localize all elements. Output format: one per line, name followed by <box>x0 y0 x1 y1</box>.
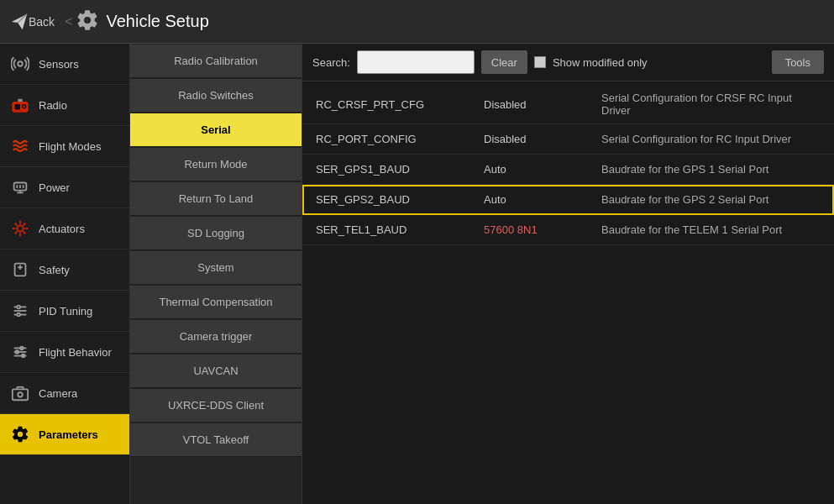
sidebar-item-power[interactable]: Power <box>0 167 129 208</box>
param-desc: Baudrate for the GPS 1 Serial Port <box>601 163 821 176</box>
params-table: RC_CRSF_PRT_CFG Disabled Serial Configur… <box>302 81 834 504</box>
sidebar-item-flight-modes[interactable]: Flight Modes <box>0 126 129 167</box>
subnav-item-system[interactable]: System <box>130 251 302 285</box>
subnav-item-vtol-takeoff[interactable]: VTOL Takeoff <box>130 423 302 457</box>
param-name: SER_GPS2_BAUD <box>316 193 484 206</box>
param-desc: Serial Configuration for RC Input Driver <box>601 133 821 145</box>
subnav-item-radio-calibration[interactable]: Radio Calibration <box>130 45 302 78</box>
radio-icon <box>8 93 32 117</box>
search-label: Search: <box>312 56 350 69</box>
param-name: SER_GPS1_BAUD <box>316 163 484 176</box>
header-separator: < <box>65 14 72 29</box>
sidebar-item-radio[interactable]: Radio <box>0 85 129 126</box>
svg-line-17 <box>15 223 18 226</box>
svg-point-34 <box>20 347 24 350</box>
show-modified-checkbox[interactable] <box>534 56 546 68</box>
sidebar-camera-label: Camera <box>39 387 77 400</box>
svg-rect-5 <box>18 99 23 102</box>
param-desc: Serial Configuration for CRSF RC Input D… <box>601 92 821 117</box>
sidebar-pid-label: PID Tuning <box>39 305 92 318</box>
settings-icon <box>76 8 106 34</box>
parameters-gear-icon <box>8 423 32 446</box>
sidebar-radio-label: Radio <box>39 99 67 112</box>
subnav-item-serial[interactable]: Serial <box>130 113 302 147</box>
sidebar-safety-label: Safety <box>39 264 70 276</box>
table-row[interactable]: RC_PORT_CONFIG Disabled Serial Configura… <box>302 124 834 155</box>
subnav-item-thermal-compensation[interactable]: Thermal Compensation <box>130 286 302 319</box>
svg-point-27 <box>17 306 20 309</box>
svg-point-4 <box>23 105 25 108</box>
camera-icon <box>8 381 32 405</box>
svg-line-18 <box>24 232 26 234</box>
svg-point-12 <box>17 225 23 231</box>
svg-point-35 <box>16 350 19 354</box>
sidebar-item-parameters[interactable]: Parameters <box>0 414 129 455</box>
sidebar-item-sensors[interactable]: Sensors <box>0 44 129 85</box>
table-row[interactable]: RC_CRSF_PRT_CFG Disabled Serial Configur… <box>302 85 834 124</box>
sidebar-sensors-label: Sensors <box>39 58 79 71</box>
svg-point-28 <box>17 313 20 317</box>
param-value: 57600 8N1 <box>484 223 601 236</box>
subnav-item-radio-switches[interactable]: Radio Switches <box>130 79 302 113</box>
svg-point-36 <box>22 354 25 358</box>
sidebar-flight-behavior-label: Flight Behavior <box>39 346 112 359</box>
table-row-selected[interactable]: SER_GPS2_BAUD Auto Baudrate for the GPS … <box>302 185 834 215</box>
subnav-item-uxrce-dds-client[interactable]: UXRCE-DDS Client <box>130 389 302 423</box>
subnav-item-return-to-land[interactable]: Return To Land <box>130 182 302 216</box>
param-value: Auto <box>484 163 601 176</box>
subnav: Radio Calibration Radio Switches Serial … <box>130 44 302 504</box>
param-name: SER_TEL1_BAUD <box>316 223 484 236</box>
sidebar-parameters-label: Parameters <box>39 428 98 441</box>
clear-button[interactable]: Clear <box>481 50 527 74</box>
sidebar: Sensors Radio <box>0 44 130 504</box>
header: Back < Vehicle Setup <box>0 0 834 44</box>
param-desc: Baudrate for the GPS 2 Serial Port <box>601 193 821 206</box>
svg-point-38 <box>18 392 23 397</box>
param-value: Disabled <box>484 98 601 111</box>
subnav-item-return-mode[interactable]: Return Mode <box>130 148 302 181</box>
param-desc: Baudrate for the TELEM 1 Serial Port <box>601 223 821 236</box>
flight-modes-icon <box>8 134 32 158</box>
table-row[interactable]: SER_GPS1_BAUD Auto Baudrate for the GPS … <box>302 155 834 185</box>
table-row[interactable]: SER_TEL1_BAUD 57600 8N1 Baudrate for the… <box>302 215 834 245</box>
sidebar-item-camera[interactable]: Camera <box>0 373 129 414</box>
back-button[interactable]: Back <box>10 13 55 31</box>
param-name: RC_PORT_CONFIG <box>316 133 484 145</box>
sidebar-item-flight-behavior[interactable]: Flight Behavior <box>0 332 129 373</box>
main-content: Search: Clear Show modified only Tools R… <box>302 44 834 504</box>
layout: Sensors Radio <box>0 44 834 504</box>
param-value: Auto <box>484 193 601 206</box>
sidebar-item-actuators[interactable]: Actuators <box>0 208 129 249</box>
subnav-item-sd-logging[interactable]: SD Logging <box>130 217 302 250</box>
back-label: Back <box>29 15 55 29</box>
subnav-item-camera-trigger[interactable]: Camera trigger <box>130 320 302 354</box>
pid-icon <box>8 299 32 323</box>
sidebar-item-safety[interactable]: Safety <box>0 249 129 291</box>
toolbar: Search: Clear Show modified only Tools <box>302 44 834 81</box>
param-name: RC_CRSF_PRT_CFG <box>316 98 484 111</box>
sidebar-actuators-label: Actuators <box>39 223 85 235</box>
svg-point-0 <box>18 61 23 66</box>
subnav-item-uavcan[interactable]: UAVCAN <box>130 354 302 388</box>
show-modified-label[interactable]: Show modified only <box>553 56 648 69</box>
search-input[interactable] <box>357 50 475 74</box>
tools-button[interactable]: Tools <box>772 50 824 74</box>
page-title: Vehicle Setup <box>106 12 208 31</box>
sidebar-power-label: Power <box>39 181 70 194</box>
svg-rect-37 <box>13 389 28 400</box>
power-icon <box>8 176 32 199</box>
safety-icon <box>8 258 32 281</box>
sensors-icon <box>8 52 32 76</box>
svg-line-19 <box>24 223 26 226</box>
svg-rect-2 <box>15 104 20 109</box>
sidebar-item-pid-tuning[interactable]: PID Tuning <box>0 291 129 332</box>
svg-line-20 <box>15 232 18 234</box>
sidebar-flight-modes-label: Flight Modes <box>39 140 101 153</box>
param-value: Disabled <box>484 133 601 145</box>
actuators-icon <box>8 217 32 240</box>
flight-behavior-icon <box>8 340 32 364</box>
